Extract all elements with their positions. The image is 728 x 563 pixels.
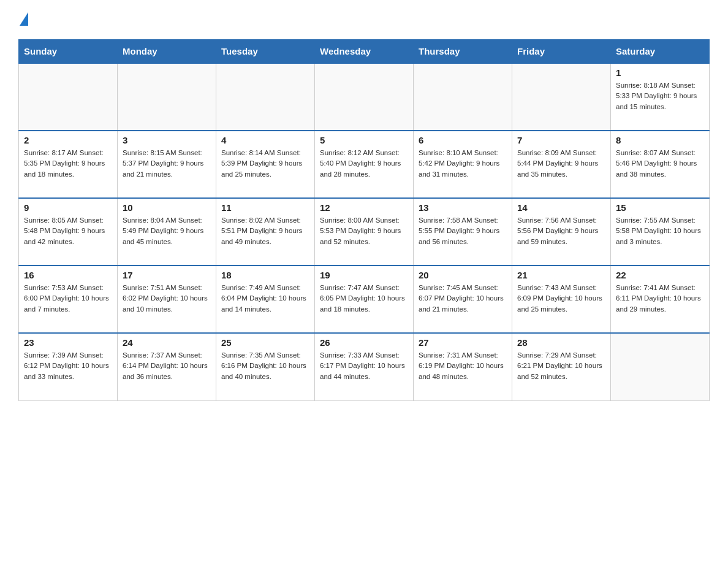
weekday-header-saturday: Saturday [611,40,710,64]
day-number: 24 [123,337,211,348]
calendar-cell: 13Sunrise: 7:58 AM Sunset: 5:55 PM Dayli… [414,198,512,266]
calendar-cell: 9Sunrise: 8:05 AM Sunset: 5:48 PM Daylig… [19,198,118,266]
weekday-header-row: SundayMondayTuesdayWednesdayThursdayFrid… [19,40,710,64]
calendar-cell: 25Sunrise: 7:35 AM Sunset: 6:16 PM Dayli… [216,333,315,400]
day-number: 16 [24,270,112,280]
week-row-4: 16Sunrise: 7:53 AM Sunset: 6:00 PM Dayli… [19,266,710,333]
weekday-header-tuesday: Tuesday [216,40,315,64]
day-info: Sunrise: 7:43 AM Sunset: 6:09 PM Dayligh… [517,283,605,315]
calendar-cell [315,63,414,131]
calendar-cell: 26Sunrise: 7:33 AM Sunset: 6:17 PM Dayli… [315,333,414,400]
day-info: Sunrise: 7:41 AM Sunset: 6:11 PM Dayligh… [616,283,704,315]
week-row-5: 23Sunrise: 7:39 AM Sunset: 6:12 PM Dayli… [19,333,710,400]
day-number: 12 [320,202,408,213]
page-header [18,12,710,27]
day-info: Sunrise: 8:05 AM Sunset: 5:48 PM Dayligh… [24,215,112,247]
day-number: 27 [419,337,507,348]
calendar-cell: 21Sunrise: 7:43 AM Sunset: 6:09 PM Dayli… [512,266,611,333]
calendar-cell: 28Sunrise: 7:29 AM Sunset: 6:21 PM Dayli… [512,333,611,400]
day-number: 13 [419,202,507,213]
day-number: 22 [616,270,704,280]
calendar-cell: 27Sunrise: 7:31 AM Sunset: 6:19 PM Dayli… [414,333,512,400]
day-number: 14 [517,202,605,213]
day-info: Sunrise: 8:02 AM Sunset: 5:51 PM Dayligh… [221,215,309,247]
calendar-cell: 11Sunrise: 8:02 AM Sunset: 5:51 PM Dayli… [216,198,315,266]
calendar-table: SundayMondayTuesdayWednesdayThursdayFrid… [18,39,710,401]
day-info: Sunrise: 7:47 AM Sunset: 6:05 PM Dayligh… [320,283,408,315]
day-info: Sunrise: 7:58 AM Sunset: 5:55 PM Dayligh… [419,215,507,247]
calendar-cell: 20Sunrise: 7:45 AM Sunset: 6:07 PM Dayli… [414,266,512,333]
calendar-cell: 4Sunrise: 8:14 AM Sunset: 5:39 PM Daylig… [216,131,315,198]
calendar-cell: 10Sunrise: 8:04 AM Sunset: 5:49 PM Dayli… [118,198,216,266]
day-info: Sunrise: 8:07 AM Sunset: 5:46 PM Dayligh… [616,148,704,180]
calendar-cell [512,63,611,131]
calendar-cell: 19Sunrise: 7:47 AM Sunset: 6:05 PM Dayli… [315,266,414,333]
calendar-cell: 24Sunrise: 7:37 AM Sunset: 6:14 PM Dayli… [118,333,216,400]
day-number: 2 [24,135,112,145]
calendar-cell: 15Sunrise: 7:55 AM Sunset: 5:58 PM Dayli… [611,198,710,266]
day-info: Sunrise: 7:56 AM Sunset: 5:56 PM Dayligh… [517,215,605,247]
calendar-cell: 1Sunrise: 8:18 AM Sunset: 5:33 PM Daylig… [611,63,710,131]
day-number: 18 [221,270,309,280]
calendar-cell [118,63,216,131]
day-info: Sunrise: 7:49 AM Sunset: 6:04 PM Dayligh… [221,283,309,315]
calendar-cell: 5Sunrise: 8:12 AM Sunset: 5:40 PM Daylig… [315,131,414,198]
calendar-cell: 14Sunrise: 7:56 AM Sunset: 5:56 PM Dayli… [512,198,611,266]
day-info: Sunrise: 8:00 AM Sunset: 5:53 PM Dayligh… [320,215,408,247]
day-info: Sunrise: 7:45 AM Sunset: 6:07 PM Dayligh… [419,283,507,315]
week-row-1: 1Sunrise: 8:18 AM Sunset: 5:33 PM Daylig… [19,63,710,131]
day-info: Sunrise: 8:15 AM Sunset: 5:37 PM Dayligh… [123,148,211,180]
day-number: 15 [616,202,704,213]
logo-triangle-icon [20,12,28,26]
calendar-cell: 17Sunrise: 7:51 AM Sunset: 6:02 PM Dayli… [118,266,216,333]
calendar-cell: 7Sunrise: 8:09 AM Sunset: 5:44 PM Daylig… [512,131,611,198]
weekday-header-sunday: Sunday [19,40,118,64]
day-number: 1 [616,67,704,78]
day-number: 26 [320,337,408,348]
day-info: Sunrise: 8:17 AM Sunset: 5:35 PM Dayligh… [24,148,112,180]
day-number: 17 [123,270,211,280]
calendar-cell: 18Sunrise: 7:49 AM Sunset: 6:04 PM Dayli… [216,266,315,333]
day-number: 23 [24,337,112,348]
day-number: 28 [517,337,605,348]
day-number: 7 [517,135,605,145]
day-number: 25 [221,337,309,348]
day-info: Sunrise: 7:53 AM Sunset: 6:00 PM Dayligh… [24,283,112,315]
day-info: Sunrise: 7:33 AM Sunset: 6:17 PM Dayligh… [320,350,408,382]
day-info: Sunrise: 8:04 AM Sunset: 5:49 PM Dayligh… [123,215,211,247]
calendar-cell: 22Sunrise: 7:41 AM Sunset: 6:11 PM Dayli… [611,266,710,333]
day-number: 10 [123,202,211,213]
calendar-cell [216,63,315,131]
day-number: 5 [320,135,408,145]
day-number: 11 [221,202,309,213]
calendar-cell [414,63,512,131]
calendar-cell [611,333,710,400]
day-info: Sunrise: 7:29 AM Sunset: 6:21 PM Dayligh… [517,350,605,382]
calendar-cell: 3Sunrise: 8:15 AM Sunset: 5:37 PM Daylig… [118,131,216,198]
day-info: Sunrise: 7:39 AM Sunset: 6:12 PM Dayligh… [24,350,112,382]
day-number: 8 [616,135,704,145]
week-row-3: 9Sunrise: 8:05 AM Sunset: 5:48 PM Daylig… [19,198,710,266]
day-info: Sunrise: 8:18 AM Sunset: 5:33 PM Dayligh… [616,80,704,112]
day-number: 20 [419,270,507,280]
day-info: Sunrise: 7:31 AM Sunset: 6:19 PM Dayligh… [419,350,507,382]
day-number: 6 [419,135,507,145]
calendar-cell: 12Sunrise: 8:00 AM Sunset: 5:53 PM Dayli… [315,198,414,266]
week-row-2: 2Sunrise: 8:17 AM Sunset: 5:35 PM Daylig… [19,131,710,198]
day-info: Sunrise: 7:37 AM Sunset: 6:14 PM Dayligh… [123,350,211,382]
calendar-cell: 2Sunrise: 8:17 AM Sunset: 5:35 PM Daylig… [19,131,118,198]
day-number: 4 [221,135,309,145]
calendar-cell [19,63,118,131]
day-info: Sunrise: 8:14 AM Sunset: 5:39 PM Dayligh… [221,148,309,180]
calendar-cell: 16Sunrise: 7:53 AM Sunset: 6:00 PM Dayli… [19,266,118,333]
calendar-cell: 23Sunrise: 7:39 AM Sunset: 6:12 PM Dayli… [19,333,118,400]
day-number: 9 [24,202,112,213]
weekday-header-friday: Friday [512,40,611,64]
day-info: Sunrise: 7:51 AM Sunset: 6:02 PM Dayligh… [123,283,211,315]
day-info: Sunrise: 8:12 AM Sunset: 5:40 PM Dayligh… [320,148,408,180]
logo [18,12,28,27]
weekday-header-thursday: Thursday [414,40,512,64]
day-info: Sunrise: 7:55 AM Sunset: 5:58 PM Dayligh… [616,215,704,247]
day-info: Sunrise: 8:10 AM Sunset: 5:42 PM Dayligh… [419,148,507,180]
calendar-cell: 6Sunrise: 8:10 AM Sunset: 5:42 PM Daylig… [414,131,512,198]
